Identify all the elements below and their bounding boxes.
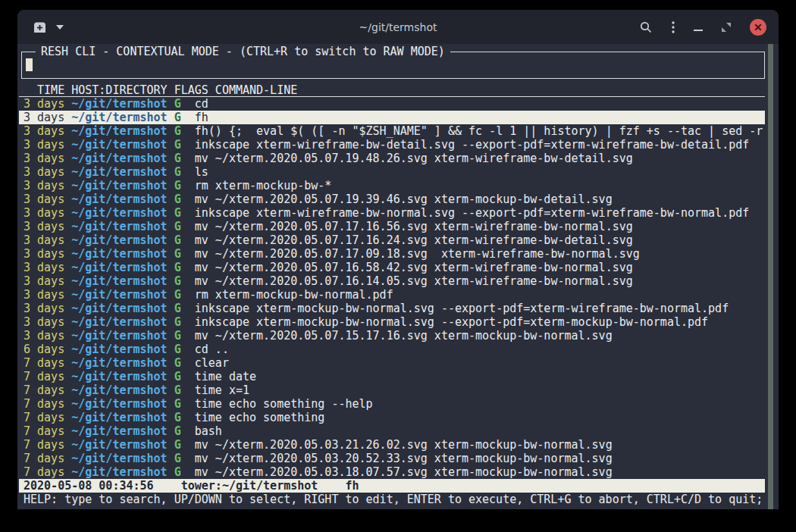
history-row[interactable]: 3 days ~/git/termshot G mv ~/xterm.2020.… [19, 247, 765, 261]
history-row[interactable]: 7 days ~/git/termshot G bash [19, 424, 765, 438]
row-flags: G [174, 179, 181, 192]
history-row[interactable]: 3 days ~/git/termshot G fh [19, 111, 765, 124]
row-time: 3 days [24, 124, 64, 138]
history-row[interactable]: 7 days ~/git/termshot G time echo someth… [19, 397, 765, 411]
row-directory: ~/git/termshot [71, 274, 167, 288]
history-list: TIME HOST:DIRECTORY FLAGS COMMAND-LINE 3… [19, 83, 765, 506]
history-row[interactable]: 3 days ~/git/termshot G rm xterm-mockup-… [19, 179, 765, 192]
history-row[interactable]: 7 days ~/git/termshot G clear [19, 356, 765, 370]
row-time: 7 days [24, 452, 64, 465]
close-button[interactable] [750, 19, 766, 36]
close-icon [754, 23, 762, 31]
new-tab-button[interactable] [33, 21, 47, 33]
history-row[interactable]: 3 days ~/git/termshot G mv ~/xterm.2020.… [19, 220, 765, 233]
search-icon [639, 20, 653, 34]
history-row[interactable]: 3 days ~/git/termshot G fh() {; eval $( … [19, 124, 765, 138]
row-flags: G [174, 329, 181, 343]
history-row[interactable]: 3 days ~/git/termshot G mv ~/xterm.2020.… [19, 233, 765, 247]
history-row[interactable]: 3 days ~/git/termshot G inkscape xterm-w… [19, 206, 765, 220]
row-directory: ~/git/termshot [71, 247, 167, 261]
row-time: 7 days [24, 370, 64, 383]
row-command: fh [195, 111, 208, 124]
row-time: 3 days [24, 152, 64, 165]
row-directory: ~/git/termshot [71, 438, 167, 452]
row-directory: ~/git/termshot [71, 370, 167, 383]
row-time: 7 days [24, 465, 64, 479]
history-row[interactable]: 3 days ~/git/termshot G mv ~/xterm.2020.… [19, 192, 765, 206]
row-command: inkscape xterm-wireframe-bw-detail.svg -… [195, 138, 750, 152]
history-row[interactable]: 3 days ~/git/termshot G inkscape xterm-m… [19, 315, 765, 329]
row-command: time echo something --help [195, 397, 373, 411]
minimize-button[interactable] [694, 23, 703, 31]
row-command: inkscape xterm-mockup-bw-normal.svg --ex… [195, 315, 708, 329]
row-directory: ~/git/termshot [71, 452, 167, 465]
row-time: 6 days [24, 343, 64, 356]
row-flags: G [174, 97, 181, 111]
row-command: mv ~/xterm.2020.05.07.16.14.05.svg xterm… [195, 274, 633, 288]
row-command: mv ~/xterm.2020.05.07.16.58.42.svg xterm… [195, 261, 633, 274]
row-directory: ~/git/termshot [71, 329, 167, 343]
restore-button[interactable] [721, 22, 732, 33]
history-row[interactable]: 3 days ~/git/termshot G mv ~/xterm.2020.… [19, 261, 765, 274]
row-directory: ~/git/termshot [71, 179, 167, 192]
row-time: 3 days [24, 220, 64, 233]
terminal-content: RESH CLI - CONTEXTUAL MODE - (CTRL+R to … [19, 44, 765, 509]
history-row[interactable]: 7 days ~/git/termshot G mv ~/xterm.2020.… [19, 438, 765, 452]
history-row[interactable]: 3 days ~/git/termshot G mv ~/xterm.2020.… [19, 329, 765, 343]
row-flags: G [174, 138, 181, 152]
menu-button[interactable] [671, 20, 675, 34]
row-flags: G [174, 124, 181, 138]
history-row[interactable]: 7 days ~/git/termshot G time x=1 [19, 383, 765, 397]
history-row[interactable]: 7 days ~/git/termshot G time echo someth… [19, 411, 765, 424]
row-time: 3 days [24, 247, 64, 261]
row-directory: ~/git/termshot [71, 206, 167, 220]
search-button[interactable] [639, 20, 653, 34]
row-command: mv ~/xterm.2020.05.07.15.17.16.svg xterm… [195, 329, 613, 343]
row-time: 7 days [24, 438, 64, 452]
row-command: rm xterm-mockup-bw-normal.pdf [195, 288, 393, 302]
kebab-menu-icon [671, 20, 675, 34]
terminal-window: ~/git/termshot [17, 10, 779, 509]
history-row[interactable]: 3 days ~/git/termshot G mv ~/xterm.2020.… [19, 152, 765, 165]
row-flags: G [174, 288, 181, 302]
row-flags: G [174, 370, 181, 383]
row-flags: G [174, 261, 181, 274]
tab-dropdown-button[interactable] [56, 25, 64, 30]
row-time: 3 days [24, 288, 64, 302]
row-time: 3 days [24, 97, 64, 111]
row-directory: ~/git/termshot [71, 343, 167, 356]
history-row[interactable]: 3 days ~/git/termshot G mv ~/xterm.2020.… [19, 274, 765, 288]
history-row[interactable]: 7 days ~/git/termshot G mv ~/xterm.2020.… [19, 452, 765, 465]
history-row[interactable]: 7 days ~/git/termshot G time date [19, 370, 765, 383]
row-command: mv ~/xterm.2020.05.07.19.39.46.svg xterm… [195, 192, 613, 206]
history-row[interactable]: 3 days ~/git/termshot G ls [19, 165, 765, 179]
text-cursor [26, 58, 33, 71]
history-row[interactable]: 3 days ~/git/termshot G rm xterm-mockup-… [19, 288, 765, 302]
row-flags: G [174, 411, 181, 424]
window-title: ~/git/termshot [359, 21, 437, 33]
row-command: cd .. [195, 343, 229, 356]
history-row[interactable]: 3 days ~/git/termshot G inkscape xterm-m… [19, 302, 765, 315]
scrollbar[interactable] [768, 44, 773, 509]
history-row[interactable]: 3 days ~/git/termshot G inkscape xterm-w… [19, 138, 765, 152]
search-input[interactable]: RESH CLI - CONTEXTUAL MODE - (CTRL+R to … [21, 52, 765, 79]
row-directory: ~/git/termshot [71, 261, 167, 274]
history-row[interactable]: 7 days ~/git/termshot G mv ~/xterm.2020.… [19, 465, 765, 479]
row-flags: G [174, 206, 181, 220]
row-flags: G [174, 247, 181, 261]
history-row[interactable]: 3 days ~/git/termshot G cd [19, 97, 765, 111]
row-command: mv ~/xterm.2020.05.07.17.16.56.svg xterm… [195, 220, 633, 233]
history-row[interactable]: 6 days ~/git/termshot G cd .. [19, 343, 765, 356]
row-flags: G [174, 302, 181, 315]
row-directory: ~/git/termshot [71, 97, 167, 111]
row-flags: G [174, 356, 181, 370]
row-command: time echo something [195, 411, 325, 424]
row-time: 3 days [24, 315, 64, 329]
row-directory: ~/git/termshot [71, 192, 167, 206]
row-directory: ~/git/termshot [71, 288, 167, 302]
row-directory: ~/git/termshot [71, 315, 167, 329]
titlebar[interactable]: ~/git/termshot [17, 10, 779, 44]
row-time: 7 days [24, 356, 64, 370]
row-command: bash [195, 424, 222, 438]
row-command: clear [195, 356, 229, 370]
